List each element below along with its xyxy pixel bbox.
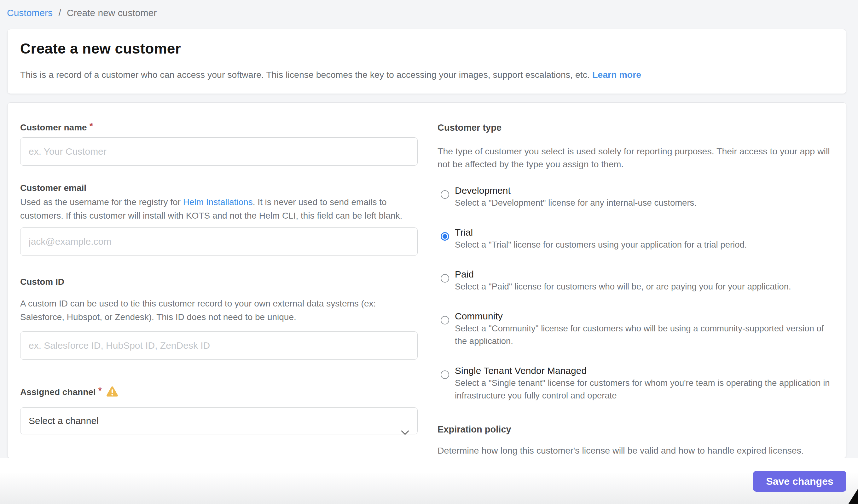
radio-development[interactable]: [441, 190, 449, 199]
option-description-community: Select a "Community" license for custome…: [455, 322, 833, 347]
customer-type-option-trial: Trial Select a "Trial" license for custo…: [438, 227, 833, 251]
chevron-down-icon: [401, 419, 409, 445]
customer-email-input[interactable]: [20, 227, 418, 256]
radio-paid[interactable]: [441, 274, 449, 282]
customer-type-option-single-tenant: Single Tenant Vendor Managed Select a "S…: [438, 365, 833, 402]
radio-community[interactable]: [441, 316, 449, 324]
required-asterisk: *: [90, 121, 93, 131]
helm-installations-link[interactable]: Helm Installations: [183, 197, 253, 207]
customer-name-label-text: Customer name: [20, 123, 87, 132]
option-description-development: Select a "Development" license for any i…: [455, 197, 697, 209]
option-description-trial: Select a "Trial" license for customers u…: [455, 239, 747, 251]
radio-single-tenant[interactable]: [441, 371, 449, 379]
option-label-single-tenant[interactable]: Single Tenant Vendor Managed: [455, 365, 833, 377]
option-description-single-tenant: Select a "Single tenant" license for cus…: [455, 377, 833, 402]
form-left-column: Customer name* Customer email Used as th…: [20, 122, 418, 458]
breadcrumb: Customers / Create new customer: [7, 7, 157, 18]
option-description-paid: Select a "Paid" license for customers wh…: [455, 280, 791, 293]
customer-type-option-development: Development Select a "Development" licen…: [438, 184, 833, 209]
breadcrumb-separator: /: [58, 7, 61, 18]
expiration-policy-heading: Expiration policy: [438, 424, 833, 435]
assigned-channel-value: Select a channel: [29, 416, 99, 426]
assigned-channel-select[interactable]: Select a channel: [20, 407, 418, 434]
assigned-channel-group: Assigned channel* Select a channel: [20, 386, 418, 434]
form-right-column: Customer type The type of customer you s…: [438, 122, 833, 458]
save-changes-button[interactable]: Save changes: [753, 471, 846, 492]
breadcrumb-customers-link[interactable]: Customers: [7, 7, 53, 18]
customer-type-option-paid: Paid Select a "Paid" license for custome…: [438, 269, 833, 293]
option-label-trial[interactable]: Trial: [455, 227, 747, 239]
page-title: Create a new customer: [20, 40, 833, 57]
required-asterisk: *: [98, 386, 102, 395]
header-card: Create a new customer This is a record o…: [7, 29, 846, 94]
customer-email-group: Customer email Used as the username for …: [20, 183, 418, 256]
assigned-channel-label-text: Assigned channel: [20, 387, 96, 397]
customer-name-group: Customer name*: [20, 122, 418, 166]
customer-type-heading: Customer type: [438, 122, 833, 133]
form-card: Customer name* Customer email Used as th…: [7, 102, 846, 458]
option-label-community[interactable]: Community: [455, 310, 833, 322]
option-label-paid[interactable]: Paid: [455, 269, 791, 280]
breadcrumb-current: Create new customer: [67, 7, 157, 18]
customer-type-description: The type of customer you select is used …: [438, 145, 833, 171]
customer-name-label: Customer name*: [20, 122, 418, 133]
custom-id-group: Custom ID A custom ID can be used to tie…: [20, 277, 418, 360]
custom-id-help: A custom ID can be used to tie this cust…: [20, 297, 418, 324]
email-help-before: Used as the username for the registry fo…: [20, 197, 183, 207]
customer-type-option-community: Community Select a "Community" license f…: [438, 310, 833, 347]
custom-id-label: Custom ID: [20, 277, 418, 287]
customer-email-label: Customer email: [20, 183, 418, 193]
learn-more-link[interactable]: Learn more: [592, 70, 641, 80]
customer-email-help: Used as the username for the registry fo…: [20, 195, 418, 222]
expiration-policy-description: Determine how long this customer's licen…: [438, 444, 833, 457]
form-footer-bar: Save changes: [0, 458, 858, 504]
radio-trial[interactable]: [441, 232, 449, 241]
option-label-development[interactable]: Development: [455, 184, 697, 197]
page-description: This is a record of a customer who can a…: [20, 70, 590, 80]
assigned-channel-label: Assigned channel*: [20, 386, 418, 400]
mouse-cursor: [846, 487, 858, 504]
custom-id-input[interactable]: [20, 331, 418, 360]
warning-triangle-icon: [106, 386, 118, 400]
customer-name-input[interactable]: [20, 137, 418, 166]
